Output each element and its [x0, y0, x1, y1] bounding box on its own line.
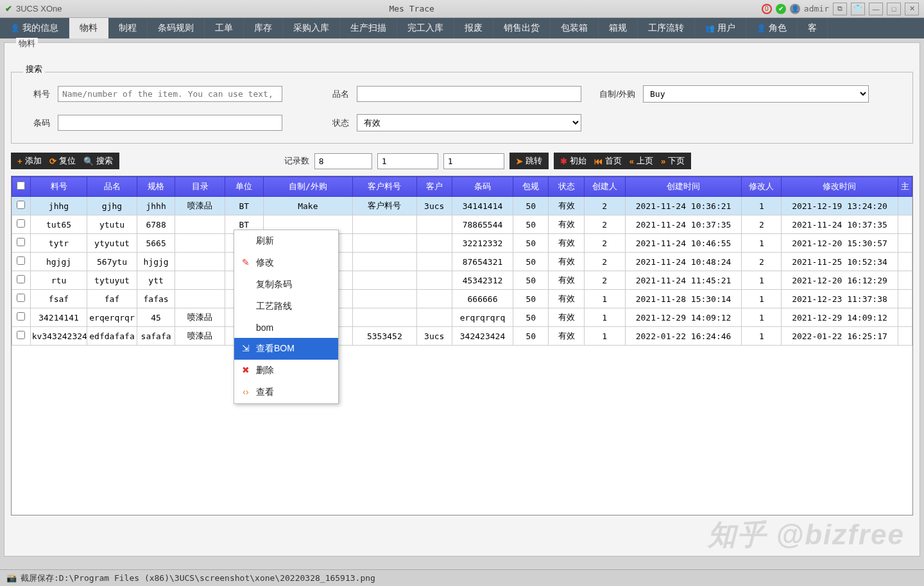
- table-row[interactable]: hgjgj567ytuhjgjgBT8765432150有效22021-11-2…: [12, 253, 912, 271]
- column-header[interactable]: 目录: [175, 177, 225, 197]
- nav-item-角色[interactable]: 👤角色: [746, 18, 798, 38]
- context-menu-item[interactable]: 刷新: [234, 230, 338, 252]
- user-avatar-icon[interactable]: 👤: [790, 4, 800, 14]
- cell-custpn: [353, 308, 417, 327]
- page-current-input[interactable]: [443, 153, 504, 169]
- column-header[interactable]: 单位: [225, 177, 263, 197]
- nav-item-条码规则[interactable]: 条码规则: [148, 18, 205, 38]
- cell-mby: 1: [742, 290, 782, 308]
- nav-item-制程[interactable]: 制程: [108, 18, 148, 38]
- column-header[interactable]: [12, 177, 31, 197]
- table-row[interactable]: fsaffaffafasBT66666650有效12021-11-28 15:3…: [12, 290, 912, 308]
- notification-badge-green[interactable]: ✔: [776, 4, 786, 14]
- workspace-panel: 物料 搜索 料号 品名 自制/外购 Buy 条码 状态 有效 +添加 ⟳复位 🔍…: [4, 42, 920, 557]
- minimize-icon[interactable]: —: [869, 3, 883, 15]
- app-name: 3UCS XOne: [16, 4, 62, 13]
- row-checkbox[interactable]: [17, 256, 25, 265]
- search-button[interactable]: 🔍搜索: [83, 155, 113, 167]
- context-menu-item[interactable]: 复制条码: [234, 274, 338, 296]
- nav-item-销售出货[interactable]: 销售出货: [493, 18, 551, 38]
- column-header[interactable]: 规格: [137, 177, 175, 197]
- page-total-input[interactable]: [377, 153, 438, 169]
- cell-cust: [416, 308, 452, 327]
- records-input[interactable]: [314, 153, 372, 169]
- nav-item-采购入库[interactable]: 采购入库: [283, 18, 340, 38]
- first-page-button[interactable]: ⏮首页: [594, 155, 622, 167]
- nav-item-工单[interactable]: 工单: [205, 18, 244, 38]
- notification-badge-red[interactable]: 0: [762, 4, 772, 14]
- name-input[interactable]: [357, 86, 581, 102]
- next-page-button[interactable]: »下页: [661, 155, 685, 167]
- cell-status: 有效: [549, 327, 584, 346]
- cell-mtime: 2021-11-24 10:37:35: [782, 215, 898, 234]
- cell-pkg: 50: [513, 290, 549, 308]
- prev-page-button[interactable]: «上页: [629, 155, 653, 167]
- context-menu-item[interactable]: 工艺路线: [234, 296, 338, 317]
- nav-item-箱规[interactable]: 箱规: [599, 18, 638, 38]
- context-menu-item[interactable]: ⇲查看BOM: [234, 338, 338, 360]
- window-tool-icon[interactable]: 👕: [851, 3, 865, 15]
- cell-status: 有效: [549, 253, 584, 271]
- table-row[interactable]: tytrytyutut5665BT3221233250有效22021-11-24…: [12, 234, 912, 253]
- jump-button[interactable]: ➤跳转: [516, 155, 542, 167]
- column-header[interactable]: 料号: [30, 177, 87, 197]
- row-checkbox[interactable]: [17, 331, 25, 339]
- select-all-checkbox[interactable]: [17, 181, 25, 190]
- context-menu-item[interactable]: ✎修改: [234, 252, 338, 274]
- maximize-icon[interactable]: □: [887, 3, 901, 15]
- table-row[interactable]: jhhggjhgjhhh喷漆品BTMake客户料号3ucs3414141450有…: [12, 197, 912, 215]
- cell-partno: hgjgj: [30, 253, 87, 271]
- column-header[interactable]: 修改人: [742, 177, 782, 197]
- column-header[interactable]: 主: [898, 177, 912, 197]
- row-checkbox[interactable]: [17, 294, 25, 302]
- context-menu-item[interactable]: ✖删除: [234, 360, 338, 381]
- row-checkbox[interactable]: [17, 312, 25, 321]
- buy-select[interactable]: Buy: [643, 85, 869, 103]
- cell-ctime: 2022-01-22 16:24:46: [625, 327, 741, 346]
- column-header[interactable]: 自制/外购: [263, 177, 352, 197]
- cell-unit: BT: [225, 197, 263, 215]
- column-header[interactable]: 客户: [416, 177, 452, 197]
- context-menu-item[interactable]: bom: [234, 317, 338, 338]
- nav-item-客[interactable]: 客: [798, 18, 828, 38]
- column-header[interactable]: 状态: [549, 177, 584, 197]
- nav-item-库存[interactable]: 库存: [244, 18, 283, 38]
- cell-cat: [175, 290, 225, 308]
- cell-name: gjhg: [87, 197, 137, 215]
- nav-item-用户[interactable]: 👥用户: [695, 18, 746, 38]
- table-row[interactable]: rtutytuyutyttBT4534231250有效22021-11-24 1…: [12, 271, 912, 290]
- barcode-input[interactable]: [58, 115, 282, 131]
- nav-item-生产扫描[interactable]: 生产扫描: [340, 18, 397, 38]
- column-header[interactable]: 品名: [87, 177, 137, 197]
- row-checkbox[interactable]: [17, 275, 25, 283]
- nav-item-工序流转[interactable]: 工序流转: [638, 18, 695, 38]
- status-select[interactable]: 有效: [357, 114, 581, 131]
- init-button[interactable]: ✱初始: [560, 155, 586, 167]
- table-row[interactable]: 34214141erqerqrqr45喷漆品BTerqrqrqrq50有效120…: [12, 308, 912, 327]
- column-header[interactable]: 客户料号: [353, 177, 417, 197]
- partno-input[interactable]: [58, 86, 282, 102]
- column-header[interactable]: 修改时间: [782, 177, 898, 197]
- table-row[interactable]: kv343242324edfdafafasafafa喷漆品BT53534523u…: [12, 327, 912, 346]
- row-checkbox[interactable]: [17, 238, 25, 246]
- nav-item-完工入库[interactable]: 完工入库: [397, 18, 454, 38]
- reset-icon: ⟳: [49, 156, 56, 166]
- nav-item-报废[interactable]: 报废: [454, 18, 493, 38]
- window-detach-icon[interactable]: ⧉: [833, 3, 847, 15]
- column-header[interactable]: 条码: [452, 177, 513, 197]
- table-row[interactable]: tut65ytutu6788BT7886554450有效22021-11-24 …: [12, 215, 912, 234]
- context-menu-item[interactable]: ‹›查看: [234, 381, 338, 403]
- cell-pkg: 50: [513, 215, 549, 234]
- row-checkbox[interactable]: [17, 201, 25, 209]
- row-checkbox[interactable]: [17, 219, 25, 228]
- nav-item-我的信息[interactable]: 👤我的信息: [0, 18, 69, 38]
- column-header[interactable]: 创建人: [584, 177, 625, 197]
- close-icon[interactable]: ✕: [905, 3, 919, 15]
- action-toolbar: +添加 ⟳复位 🔍搜索: [11, 153, 119, 169]
- nav-item-包装箱[interactable]: 包装箱: [551, 18, 599, 38]
- column-header[interactable]: 包规: [513, 177, 549, 197]
- add-button[interactable]: +添加: [17, 155, 42, 167]
- column-header[interactable]: 创建时间: [625, 177, 741, 197]
- nav-item-物料[interactable]: 物料: [69, 18, 108, 38]
- reset-button[interactable]: ⟳复位: [49, 155, 76, 167]
